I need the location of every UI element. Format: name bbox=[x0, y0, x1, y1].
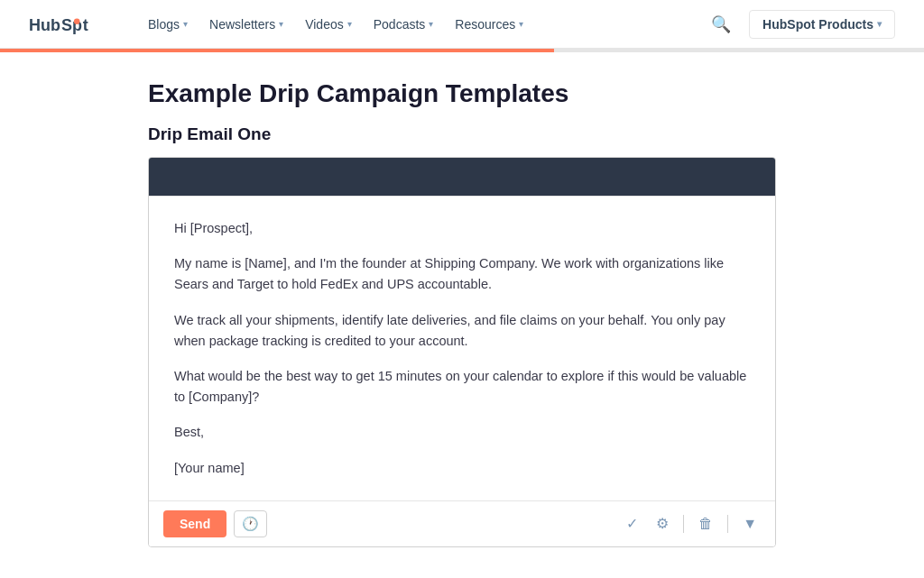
email-paragraph-3: We track all your shipments, identify la… bbox=[174, 310, 750, 352]
nav-bar: Hub Sp t Blogs ▾ Newsletters ▾ Videos ▾ … bbox=[0, 0, 924, 49]
blogs-chevron-icon: ▾ bbox=[183, 19, 188, 29]
email-paragraph-6: [Your name] bbox=[174, 458, 750, 479]
nav-newsletters[interactable]: Newsletters ▾ bbox=[200, 10, 292, 39]
nav-links: Blogs ▾ Newsletters ▾ Videos ▾ Podcasts … bbox=[139, 10, 700, 39]
nav-videos[interactable]: Videos ▾ bbox=[296, 10, 361, 39]
email-card: Hi [Prospect], My name is [Name], and I'… bbox=[148, 157, 776, 547]
email-paragraph-5: Best, bbox=[174, 422, 750, 443]
nav-podcasts[interactable]: Podcasts ▾ bbox=[365, 10, 443, 39]
svg-point-2 bbox=[74, 18, 80, 24]
email-header-bar bbox=[149, 158, 775, 196]
email-body: Hi [Prospect], My name is [Name], and I'… bbox=[149, 196, 775, 500]
clock-icon: 🕐 bbox=[242, 516, 259, 532]
email-paragraph-1: Hi [Prospect], bbox=[174, 218, 750, 239]
search-icon[interactable]: 🔍 bbox=[700, 14, 742, 34]
send-button[interactable]: Send bbox=[163, 510, 226, 537]
delete-icon[interactable]: 🗑 bbox=[695, 512, 716, 536]
svg-text:t: t bbox=[83, 15, 88, 33]
resources-chevron-icon: ▾ bbox=[519, 19, 523, 29]
main-content: Example Drip Campaign Templates Drip Ema… bbox=[119, 52, 805, 578]
check-icon[interactable]: ✓ bbox=[623, 511, 642, 536]
schedule-button[interactable]: 🕐 bbox=[234, 510, 267, 537]
email-footer-right: ✓ ⚙ 🗑 ▼ bbox=[623, 511, 761, 536]
cta-chevron-icon: ▾ bbox=[877, 19, 882, 29]
videos-chevron-icon: ▾ bbox=[347, 19, 352, 29]
hubspot-logo[interactable]: Hub Sp t bbox=[29, 11, 110, 38]
drip-section-title: Drip Email One bbox=[148, 124, 776, 144]
more-options-icon[interactable]: ▼ bbox=[739, 512, 761, 536]
page-title: Example Drip Campaign Templates bbox=[148, 79, 776, 108]
email-footer: Send 🕐 ✓ ⚙ 🗑 ▼ bbox=[149, 500, 775, 546]
svg-text:Hub: Hub bbox=[29, 15, 60, 33]
email-paragraph-4: What would be the best way to get 15 min… bbox=[174, 366, 750, 408]
hubspot-sprocket-icon[interactable]: ⚙ bbox=[652, 511, 672, 536]
svg-text:Sp: Sp bbox=[61, 15, 82, 33]
nav-blogs[interactable]: Blogs ▾ bbox=[139, 10, 197, 39]
newsletters-chevron-icon: ▾ bbox=[279, 19, 283, 29]
nav-resources[interactable]: Resources ▾ bbox=[446, 10, 532, 39]
podcasts-chevron-icon: ▾ bbox=[429, 19, 433, 29]
email-footer-left: Send 🕐 bbox=[163, 510, 267, 537]
footer-divider-2 bbox=[727, 515, 728, 533]
email-paragraph-2: My name is [Name], and I'm the founder a… bbox=[174, 253, 750, 295]
footer-divider bbox=[683, 515, 684, 533]
hubspot-products-button[interactable]: HubSpot Products ▾ bbox=[749, 10, 895, 39]
